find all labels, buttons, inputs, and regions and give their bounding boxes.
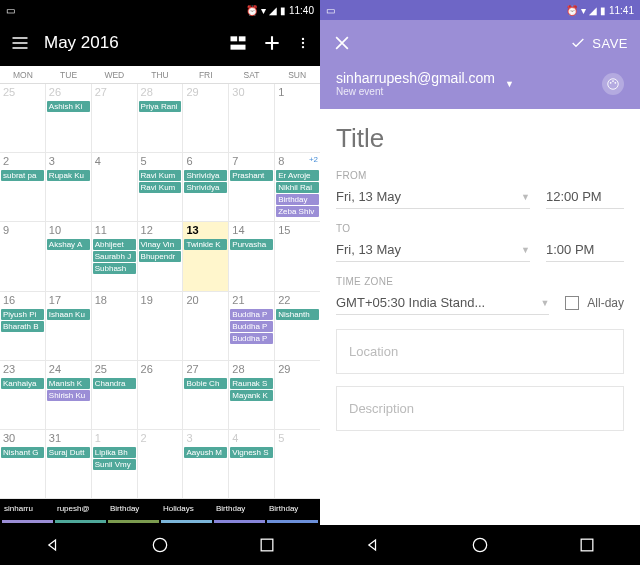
event-chip[interactable]: Suraj Dutt: [47, 447, 90, 458]
event-chip[interactable]: Birthday: [276, 194, 319, 205]
day-cell[interactable]: 3Rupak Ku: [46, 153, 92, 221]
day-cell[interactable]: 15: [275, 222, 320, 290]
day-cell[interactable]: 23Kanhaiya: [0, 361, 46, 429]
day-cell[interactable]: 5Ravi KumRavi Kum: [138, 153, 184, 221]
event-chip[interactable]: Akshay A: [47, 239, 90, 250]
recents-button[interactable]: [577, 535, 597, 555]
color-picker-icon[interactable]: [602, 73, 624, 95]
event-chip[interactable]: Bobie Ch: [184, 378, 227, 389]
calendar-chip[interactable]: sinharru: [2, 501, 53, 523]
event-chip[interactable]: Subhash: [93, 263, 136, 274]
day-cell[interactable]: 31Suraj Dutt: [46, 430, 92, 498]
day-cell[interactable]: 30: [229, 84, 275, 152]
day-cell[interactable]: 7Prashant: [229, 153, 275, 221]
day-cell[interactable]: 18: [92, 292, 138, 360]
day-cell[interactable]: 8+2Er AvrojeNikhil RaiBirthdayZeba Shiv: [275, 153, 320, 221]
back-button[interactable]: [43, 535, 63, 555]
event-chip[interactable]: Lipika Bh: [93, 447, 136, 458]
view-toggle-icon[interactable]: [228, 33, 248, 53]
close-icon[interactable]: [332, 33, 352, 53]
event-chip[interactable]: Abhijeet: [93, 239, 136, 250]
month-grid[interactable]: 2526Ashish Ki2728Priya Rani293012subrat …: [0, 84, 320, 499]
home-button[interactable]: [150, 535, 170, 555]
event-chip[interactable]: Nishant G: [1, 447, 44, 458]
save-button[interactable]: SAVE: [570, 35, 628, 51]
calendar-strip[interactable]: sinharrurupesh@BirthdayHolidaysBirthdayB…: [0, 499, 320, 525]
calendar-chip[interactable]: Birthday: [108, 501, 159, 523]
day-cell[interactable]: 12Vinay VinBhupendr: [138, 222, 184, 290]
event-chip[interactable]: Ashish Ki: [47, 101, 90, 112]
from-date-select[interactable]: Fri, 13 May▼: [336, 185, 530, 209]
event-chip[interactable]: Piyush Pi: [1, 309, 44, 320]
calendar-chip[interactable]: Birthday: [214, 501, 265, 523]
event-chip[interactable]: Buddha P: [230, 333, 273, 344]
day-cell[interactable]: 6ShrividyaShrividya: [183, 153, 229, 221]
event-chip[interactable]: Zeba Shiv: [276, 206, 319, 217]
day-cell[interactable]: 29: [183, 84, 229, 152]
event-chip[interactable]: Ishaan Ku: [47, 309, 90, 320]
event-chip[interactable]: Prashant: [230, 170, 273, 181]
day-cell[interactable]: 29: [275, 361, 320, 429]
day-cell[interactable]: 26Ashish Ki: [46, 84, 92, 152]
day-cell[interactable]: 13Twinkle K: [183, 222, 229, 290]
location-input[interactable]: Location: [336, 329, 624, 374]
event-chip[interactable]: Vinay Vin: [139, 239, 182, 250]
add-event-icon[interactable]: [262, 33, 282, 53]
calendar-chip[interactable]: Birthday: [267, 501, 318, 523]
event-chip[interactable]: Ravi Kum: [139, 170, 182, 181]
event-chip[interactable]: Mayank K: [230, 390, 273, 401]
day-cell[interactable]: 25: [0, 84, 46, 152]
event-chip[interactable]: Shirish Ku: [47, 390, 90, 401]
event-chip[interactable]: Raunak S: [230, 378, 273, 389]
day-cell[interactable]: 25Chandra: [92, 361, 138, 429]
account-dropdown-icon[interactable]: ▼: [505, 79, 514, 89]
day-cell[interactable]: 28Priya Rani: [138, 84, 184, 152]
day-cell[interactable]: 19: [138, 292, 184, 360]
day-cell[interactable]: 4Vignesh S: [229, 430, 275, 498]
from-time-select[interactable]: 12:00 PM: [546, 185, 624, 209]
event-chip[interactable]: Buddha P: [230, 321, 273, 332]
timezone-select[interactable]: GMT+05:30 India Stand...▼: [336, 291, 549, 315]
event-chip[interactable]: Vignesh S: [230, 447, 273, 458]
overflow-menu-icon[interactable]: [296, 33, 310, 53]
event-chip[interactable]: Bhupendr: [139, 251, 182, 262]
event-chip[interactable]: Rupak Ku: [47, 170, 90, 181]
day-cell[interactable]: 30Nishant G: [0, 430, 46, 498]
day-cell[interactable]: 3Aayush M: [183, 430, 229, 498]
back-button[interactable]: [363, 535, 383, 555]
menu-icon[interactable]: [10, 33, 30, 53]
day-cell[interactable]: 4: [92, 153, 138, 221]
title-input[interactable]: [336, 123, 624, 154]
event-chip[interactable]: Kanhaiya: [1, 378, 44, 389]
event-chip[interactable]: Ravi Kum: [139, 182, 182, 193]
event-chip[interactable]: Nishanth: [276, 309, 319, 320]
day-cell[interactable]: 27: [92, 84, 138, 152]
account-email[interactable]: sinharrupesh@gmail.com: [336, 70, 495, 86]
day-cell[interactable]: 20: [183, 292, 229, 360]
event-chip[interactable]: Aayush M: [184, 447, 227, 458]
event-chip[interactable]: subrat pa: [1, 170, 44, 181]
event-chip[interactable]: Bharath B: [1, 321, 44, 332]
day-cell[interactable]: 1: [275, 84, 320, 152]
day-cell[interactable]: 28Raunak SMayank K: [229, 361, 275, 429]
day-cell[interactable]: 22Nishanth: [275, 292, 320, 360]
day-cell[interactable]: 17Ishaan Ku: [46, 292, 92, 360]
day-cell[interactable]: 11AbhijeetSaurabh JSubhash: [92, 222, 138, 290]
day-cell[interactable]: 1Lipika BhSunil Vmy: [92, 430, 138, 498]
event-chip[interactable]: Saurabh J: [93, 251, 136, 262]
to-date-select[interactable]: Fri, 13 May▼: [336, 238, 530, 262]
event-chip[interactable]: Shrividya: [184, 182, 227, 193]
event-chip[interactable]: Chandra: [93, 378, 136, 389]
month-title[interactable]: May 2016: [44, 33, 214, 53]
calendar-chip[interactable]: rupesh@: [55, 501, 106, 523]
home-button[interactable]: [470, 535, 490, 555]
day-cell[interactable]: 2: [138, 430, 184, 498]
day-cell[interactable]: 9: [0, 222, 46, 290]
event-chip[interactable]: Purvasha: [230, 239, 273, 250]
to-time-select[interactable]: 1:00 PM: [546, 238, 624, 262]
calendar-chip[interactable]: Holidays: [161, 501, 212, 523]
event-chip[interactable]: Er Avroje: [276, 170, 319, 181]
event-chip[interactable]: Buddha P: [230, 309, 273, 320]
event-chip[interactable]: Sunil Vmy: [93, 459, 136, 470]
event-chip[interactable]: Priya Rani: [139, 101, 182, 112]
